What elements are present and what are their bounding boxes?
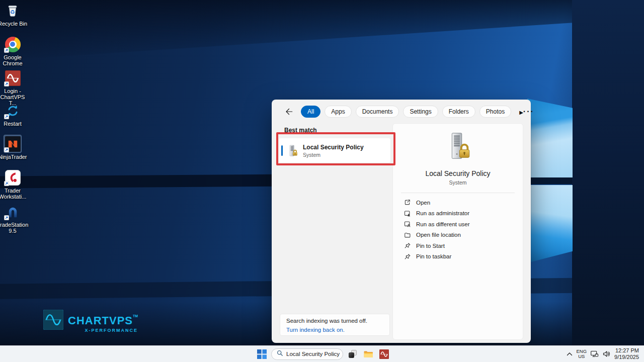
task-view-button[interactable]: [347, 348, 359, 360]
system-tray: ENGUS 12:27 PM9/19/2025: [567, 346, 639, 362]
open-icon: [404, 199, 411, 206]
brand-tagline: X-PERFORMANCE: [85, 328, 138, 333]
recycle-bin-icon: ♻: [4, 2, 21, 19]
desktop-icon-recycle-bin[interactable]: ♻ Recycle Bin: [0, 2, 29, 27]
action-label: Open: [416, 200, 430, 206]
taskbar-search-box[interactable]: Local Security Policy: [271, 348, 343, 360]
details-title: Local Security Policy: [425, 169, 490, 177]
indexing-notice: Search indexing was turned off. Turn ind…: [280, 314, 390, 336]
clock-indicator[interactable]: 12:27 PM9/19/2025: [614, 347, 639, 360]
tab-settings[interactable]: Settings: [403, 106, 438, 118]
action-run-as-administrator[interactable]: Run as administrator: [404, 208, 523, 219]
chartvps-app-button[interactable]: [378, 348, 390, 360]
tradestation-icon: [4, 203, 21, 220]
shortcut-arrow-icon: [4, 147, 9, 152]
action-open-file-location[interactable]: Open file location: [404, 230, 523, 241]
search-filter-tabs: All Apps Documents Settings Folders Phot…: [301, 106, 523, 118]
section-title: Best match: [284, 127, 392, 134]
turn-indexing-on-link[interactable]: Turn indexing back on.: [286, 326, 345, 334]
tray-date: 9/19/2025: [614, 354, 639, 360]
run-as-admin-icon: [404, 210, 411, 217]
server-lock-icon: [286, 144, 299, 157]
ninjatrader-icon: [4, 135, 21, 152]
folder-icon: [404, 232, 411, 238]
action-pin-to-taskbar[interactable]: Pin to taskbar: [404, 251, 523, 262]
network-icon[interactable]: [590, 350, 599, 358]
tab-documents[interactable]: Documents: [356, 106, 399, 118]
action-label: Run as administrator: [416, 210, 469, 216]
language-indicator[interactable]: ENGUS: [576, 349, 587, 359]
back-icon[interactable]: [285, 108, 293, 116]
shortcut-arrow-icon: [4, 181, 9, 186]
action-run-as-different-user[interactable]: Run as different user: [404, 219, 523, 230]
shortcut-arrow-icon: [4, 48, 9, 53]
desktop-icon-label: Trader Workstati...: [0, 188, 29, 200]
wallpaper-window-pane-bottom: [527, 185, 573, 263]
result-title: Local Security Policy: [303, 144, 364, 151]
desktop-icon-google-chrome[interactable]: Google Chrome: [0, 36, 29, 66]
brand-name: CHARTVPSTM: [68, 310, 138, 327]
run-as-user-icon: [404, 221, 411, 227]
tray-time: 12:27 PM: [615, 347, 639, 353]
language-line1: ENG: [576, 348, 587, 354]
chartvps-logo-icon: [43, 310, 63, 330]
svg-text:♻: ♻: [10, 9, 15, 16]
divider: [401, 193, 515, 193]
details-pane: Local Security Policy System Open Run as…: [392, 123, 523, 340]
desktop: ♻ Recycle Bin Google Chrome Login - Char…: [0, 0, 644, 362]
search-panel-header: All Apps Documents Settings Folders Phot…: [272, 100, 531, 124]
tab-folders[interactable]: Folders: [442, 106, 475, 118]
volume-icon[interactable]: [602, 350, 611, 358]
notice-message: Search indexing was turned off.: [286, 317, 383, 325]
desktop-icon-login-chartvps[interactable]: Login - ChartVPS T...: [0, 69, 29, 106]
search-results-pane: Best match Local Security Policy System …: [272, 124, 392, 343]
desktop-icon-tradestation[interactable]: TradeStation 9.5: [0, 203, 29, 234]
file-explorer-button[interactable]: [362, 348, 374, 360]
wallpaper-right-dark: [572, 0, 644, 346]
action-label: Run as different user: [416, 221, 470, 227]
action-label: Pin to Start: [416, 243, 445, 249]
shortcut-arrow-icon: [4, 215, 9, 220]
hidden-icons-chevron[interactable]: [567, 352, 573, 356]
chrome-icon: [4, 36, 21, 53]
desktop-icon-label: TradeStation 9.5: [0, 222, 29, 234]
action-label: Pin to taskbar: [416, 253, 451, 259]
taskbar: Local Security Policy ENGUS: [0, 345, 644, 362]
desktop-icon-label: NinjaTrader: [0, 154, 29, 160]
desktop-icon-label: Restart: [0, 121, 29, 127]
options-ellipsis-icon[interactable]: [523, 107, 534, 116]
desktop-icon-label: Google Chrome: [0, 54, 29, 66]
search-panel: All Apps Documents Settings Folders Phot…: [272, 100, 531, 343]
desktop-icon-trader-workstation[interactable]: Trader Workstati...: [0, 169, 29, 200]
shortcut-arrow-icon: [4, 114, 9, 119]
search-icon: [277, 349, 283, 358]
brand-trademark: TM: [133, 314, 138, 318]
desktop-icon-label: Recycle Bin: [0, 21, 29, 27]
chartvps-watermark: CHARTVPSTM X-PERFORMANCE: [43, 310, 138, 333]
action-pin-to-start[interactable]: Pin to Start: [404, 240, 523, 251]
action-open[interactable]: Open: [404, 197, 523, 208]
desktop-icon-ninjatrader[interactable]: NinjaTrader: [0, 135, 29, 160]
details-subtitle: System: [449, 179, 466, 186]
desktop-icon-restart[interactable]: Restart: [0, 102, 29, 127]
search-input-value: Local Security Policy: [286, 351, 340, 357]
selection-accent-bar: [281, 145, 283, 156]
tab-photos[interactable]: Photos: [479, 106, 511, 118]
chartvps-wave-icon: [4, 69, 21, 86]
pin-icon: [404, 253, 411, 260]
trader-workstation-icon: [4, 169, 21, 186]
restart-icon: [4, 102, 21, 119]
shortcut-arrow-icon: [4, 81, 9, 86]
best-match-result[interactable]: Local Security Policy System: [279, 138, 390, 163]
result-subtitle: System: [303, 152, 364, 158]
tab-all[interactable]: All: [301, 106, 320, 118]
more-tabs-icon[interactable]: [519, 107, 523, 116]
start-button[interactable]: [256, 348, 268, 360]
pin-icon: [404, 242, 411, 249]
server-lock-icon-large: [442, 131, 473, 164]
action-list: Open Run as administrator Run as differe…: [393, 197, 523, 262]
language-line2: US: [578, 353, 585, 359]
action-label: Open file location: [416, 232, 461, 238]
tab-apps[interactable]: Apps: [325, 106, 351, 118]
